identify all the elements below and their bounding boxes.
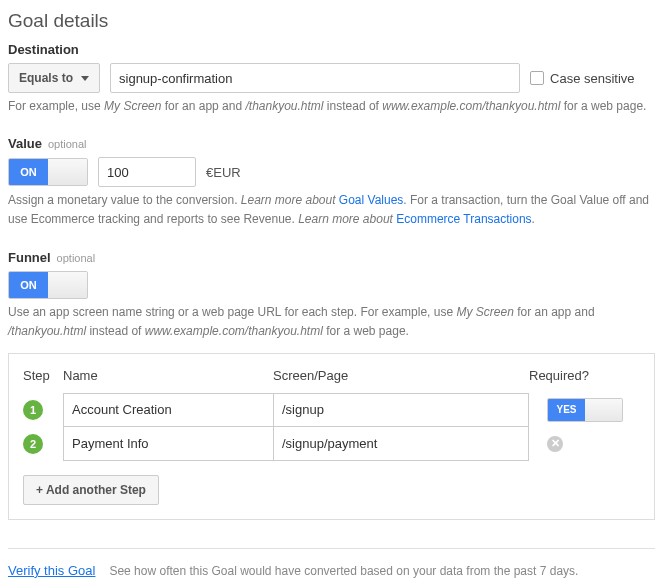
currency-label: €EUR	[206, 165, 241, 180]
delete-step-icon[interactable]: ✕	[547, 436, 563, 452]
page-title: Goal details	[8, 10, 655, 32]
step-page-input[interactable]	[273, 393, 529, 427]
value-amount-input[interactable]	[98, 157, 196, 187]
toggle-handle	[48, 272, 87, 298]
match-mode-dropdown[interactable]: Equals to	[8, 63, 100, 93]
toggle-on-label: ON	[9, 272, 48, 298]
add-step-button[interactable]: + Add another Step	[23, 475, 159, 505]
funnel-label: Funneloptional	[8, 250, 655, 265]
toggle-handle	[585, 399, 622, 421]
match-mode-value: Equals to	[19, 71, 73, 85]
step-name-input[interactable]	[63, 393, 273, 427]
step-page-input[interactable]	[273, 427, 529, 461]
goal-values-link[interactable]: Goal Values	[339, 193, 403, 207]
col-name-header: Name	[63, 368, 273, 383]
value-toggle[interactable]: ON	[8, 158, 88, 186]
funnel-section: Funneloptional ON Use an app screen name…	[8, 250, 655, 520]
verify-description: See how often this Goal would have conve…	[109, 564, 578, 578]
case-sensitive-label: Case sensitive	[550, 71, 635, 86]
value-help: Assign a monetary value to the conversio…	[8, 191, 655, 229]
destination-input[interactable]	[110, 63, 520, 93]
value-label: Valueoptional	[8, 136, 655, 151]
toggle-on-label: YES	[548, 399, 585, 421]
destination-section: Destination Equals to Case sensitive For…	[8, 42, 655, 116]
toggle-handle	[48, 159, 87, 185]
destination-help: For example, use My Screen for an app an…	[8, 97, 655, 116]
step-name-input[interactable]	[63, 427, 273, 461]
divider	[8, 548, 655, 549]
toggle-on-label: ON	[9, 159, 48, 185]
case-sensitive-checkbox[interactable]	[530, 71, 544, 85]
funnel-toggle[interactable]: ON	[8, 271, 88, 299]
step-number-badge: 2	[23, 434, 43, 454]
chevron-down-icon	[81, 76, 89, 81]
funnel-help: Use an app screen name string or a web p…	[8, 303, 655, 341]
destination-label: Destination	[8, 42, 655, 57]
step-number-badge: 1	[23, 400, 43, 420]
value-section: Valueoptional ON €EUR Assign a monetary …	[8, 136, 655, 229]
verify-goal-link[interactable]: Verify this Goal	[8, 563, 95, 578]
ecommerce-transactions-link[interactable]: Ecommerce Transactions	[396, 212, 531, 226]
col-step-header: Step	[23, 368, 63, 383]
funnel-step-row: 2 ✕	[23, 427, 640, 461]
funnel-step-row: 1 YES	[23, 393, 640, 427]
col-required-header: Required?	[529, 368, 640, 383]
col-page-header: Screen/Page	[273, 368, 529, 383]
funnel-steps-box: Step Name Screen/Page Required? 1 YES 2 …	[8, 353, 655, 520]
step-required-toggle[interactable]: YES	[547, 398, 623, 422]
